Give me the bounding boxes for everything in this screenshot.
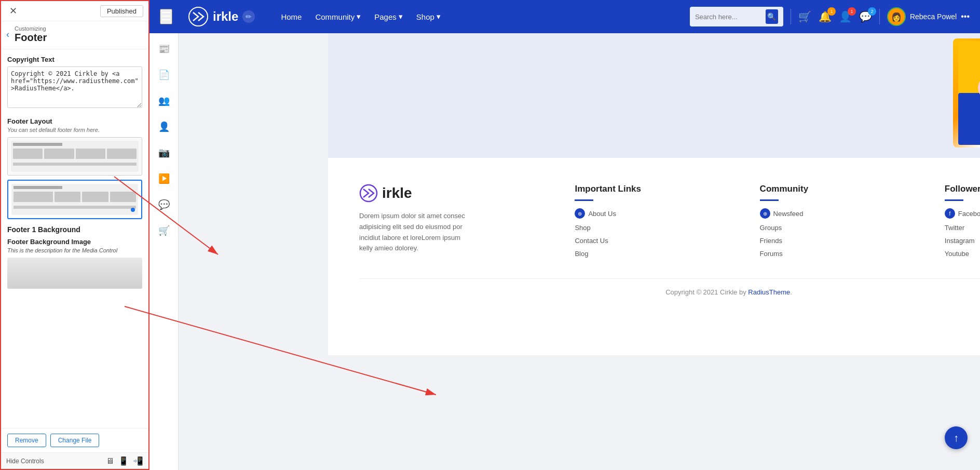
image-preview — [7, 258, 142, 289]
link-newsfeed[interactable]: ⊕ Newsfeed — [760, 208, 914, 219]
hamburger-icon[interactable]: ☰ — [160, 9, 172, 24]
panel-header: ‹ Customizing Footer — [1, 21, 148, 49]
panel-footer-title: Footer — [15, 32, 47, 44]
pages-nav-link[interactable]: Pages▾ — [369, 9, 408, 24]
shop-nav-link[interactable]: Shop▾ — [411, 9, 446, 24]
link-blog[interactable]: Blog — [575, 250, 728, 258]
panel-footer-buttons: Remove Change File — [1, 428, 148, 452]
user-name: Rebeca Powel — [910, 12, 957, 21]
copyright-section-label: Copyright Text — [7, 56, 142, 63]
panel-title-block: Customizing Footer — [15, 25, 47, 44]
layout-option-1[interactable] — [7, 137, 142, 176]
community-nav-link[interactable]: Community▾ — [310, 9, 366, 24]
layout-preview-1 — [11, 141, 139, 172]
footer-important-links: Important Links ⊕ About Us Shop Contact … — [575, 184, 728, 258]
edit-pencil-icon[interactable]: ✏ — [242, 10, 255, 23]
home-nav-link[interactable]: Home — [276, 9, 307, 24]
layout-option-2[interactable] — [7, 180, 142, 219]
important-links-list: ⊕ About Us Shop Contact Us Blog — [575, 208, 728, 258]
side-icons-bar: 📰 📄 👥 👤 📷 ▶️ 💬 🛒 — [149, 33, 179, 470]
notification-badge-2: 1 — [848, 7, 856, 16]
notification-icon-3[interactable]: 💬 2 — [859, 10, 872, 23]
link-contact-us[interactable]: Contact Us — [575, 237, 728, 245]
cart-icon[interactable]: 🛒 — [798, 10, 811, 23]
fab-button[interactable]: ↑ — [945, 426, 968, 449]
change-file-button[interactable]: Change File — [50, 434, 100, 447]
search-input[interactable] — [695, 13, 763, 21]
panel-body: Copyright Text Copyright © 2021 Cirkle b… — [1, 49, 148, 428]
notification-badge-3: 2 — [868, 7, 876, 16]
footer-followers: Followers f Facebook Twitter Instagram Y… — [945, 184, 980, 258]
followers-list: f Facebook Twitter Instagram Youtube — [945, 208, 980, 258]
notification-badge-1: 1 — [827, 7, 836, 16]
hide-controls-button[interactable]: Hide Controls — [6, 458, 44, 465]
important-links-divider — [575, 199, 593, 201]
link-instagram[interactable]: Instagram — [945, 237, 980, 245]
side-user-icon[interactable]: 👤 — [155, 117, 173, 136]
remove-button[interactable]: Remove — [7, 434, 46, 447]
main-content: ☰ irkle ✏ Home Community▾ Pages▾ Shop▾ — [149, 0, 980, 470]
footer-copyright-link[interactable]: RadiusTheme — [748, 288, 790, 296]
logo-icon — [188, 6, 209, 27]
community-divider — [760, 199, 779, 201]
footer-brand-desc: Dorem ipsum dolor sit amet consec adipis… — [359, 211, 473, 254]
tablet-view-icon[interactable]: 📱 — [118, 456, 129, 466]
panel-top-bar: ✕ Published — [1, 1, 148, 21]
notification-icon-1[interactable]: 🔔 1 — [819, 10, 832, 23]
footer-bg-image-desc: This is the description for the Media Co… — [7, 247, 142, 253]
community-list: ⊕ Newsfeed Groups Friends Forums — [760, 208, 914, 258]
about-us-icon: ⊕ — [575, 208, 585, 219]
footer-logo: irkle — [359, 184, 543, 203]
footer-copyright-text: Copyright © 2021 Cirkle by — [665, 288, 748, 296]
search-button[interactable]: 🔍 — [766, 9, 778, 24]
link-shop[interactable]: Shop — [575, 224, 728, 232]
copyright-textarea[interactable]: Copyright © 2021 Cirkle by <a href="http… — [7, 66, 142, 108]
footer-layout-desc: You can set default footer form here. — [7, 127, 142, 133]
side-people-icon[interactable]: 👥 — [155, 91, 173, 110]
nav-links: Home Community▾ Pages▾ Shop▾ — [276, 9, 679, 24]
newsfeed-icon: ⊕ — [760, 208, 770, 219]
page-content: irkle Dorem ipsum dolor sit amet consec … — [328, 33, 980, 470]
link-about-us[interactable]: ⊕ About Us — [575, 208, 728, 219]
side-news-icon[interactable]: 📰 — [155, 39, 173, 58]
panel-bottom-bar: Hide Controls 🖥 📱 📲 — [1, 452, 148, 469]
link-youtube[interactable]: Youtube — [945, 250, 980, 258]
desktop-view-icon[interactable]: 🖥 — [106, 456, 114, 466]
search-bar: 🔍 — [690, 7, 783, 26]
panel-customizing-label: Customizing — [15, 25, 47, 32]
brand-name: irkle — [213, 9, 238, 24]
link-forums[interactable]: Forums — [760, 250, 914, 258]
footer-bg-image-label: Footer Background Image — [7, 238, 142, 246]
community-title: Community — [760, 184, 914, 194]
footer-bottom: Copyright © 2021 Cirkle by RadiusTheme. — [359, 278, 980, 296]
hero-illustration — [953, 38, 980, 147]
logo-area: irkle ✏ — [188, 6, 255, 27]
footer-bg-title: Footer 1 Background — [7, 225, 142, 234]
footer-section: irkle Dorem ipsum dolor sit amet consec … — [328, 158, 980, 355]
footer-bg-section: Footer 1 Background Footer Background Im… — [7, 225, 142, 289]
mobile-view-icon[interactable]: 📲 — [133, 456, 143, 466]
close-button[interactable]: ✕ — [6, 4, 20, 18]
side-article-icon[interactable]: 📄 — [155, 65, 173, 84]
user-area[interactable]: 👩 Rebeca Powel ••• — [887, 7, 970, 26]
top-navbar: ☰ irkle ✏ Home Community▾ Pages▾ Shop▾ — [149, 0, 980, 33]
notification-icon-2[interactable]: 👤 1 — [839, 10, 852, 23]
back-button[interactable]: ‹ — [6, 29, 9, 40]
footer-brand-name: irkle — [382, 185, 412, 202]
footer-top: irkle Dorem ipsum dolor sit amet consec … — [359, 184, 980, 258]
side-play-icon[interactable]: ▶️ — [155, 169, 173, 188]
footer-layout-label: Footer Layout — [7, 117, 142, 125]
side-camera-icon[interactable]: 📷 — [155, 143, 173, 162]
link-groups[interactable]: Groups — [760, 224, 914, 232]
link-facebook[interactable]: f Facebook — [945, 208, 980, 219]
published-button[interactable]: Published — [100, 5, 143, 17]
side-cart-icon[interactable]: 🛒 — [155, 221, 173, 240]
link-twitter[interactable]: Twitter — [945, 224, 980, 232]
customizer-panel: ✕ Published ‹ Customizing Footer Copyrig… — [0, 0, 149, 470]
svg-rect-2 — [958, 93, 980, 145]
view-icons: 🖥 📱 📲 — [106, 456, 143, 466]
link-friends[interactable]: Friends — [760, 237, 914, 245]
layout-preview-2 — [11, 184, 138, 215]
footer-community: Community ⊕ Newsfeed Groups Friends Foru… — [760, 184, 914, 258]
side-chat-icon[interactable]: 💬 — [155, 195, 173, 214]
